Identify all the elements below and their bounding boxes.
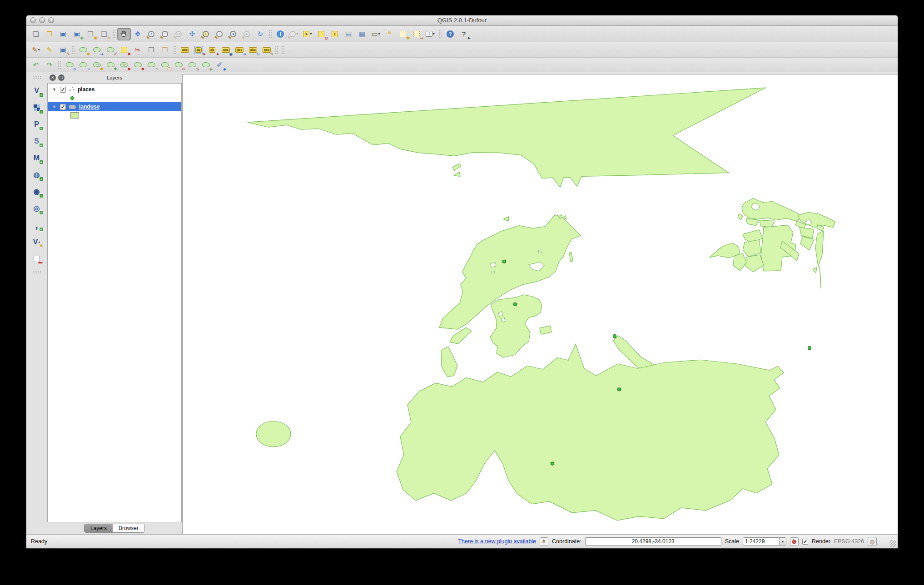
remove-layer-button[interactable]: ▬ — [31, 253, 43, 264]
current-edits-button[interactable]: ✎▾ — [29, 44, 43, 56]
zoom-full-button[interactable]: ✣ — [185, 28, 199, 40]
disclosure-triangle-icon[interactable]: ▼ — [52, 104, 57, 109]
resize-grip-icon[interactable] — [889, 540, 896, 547]
add-postgis-layer-button[interactable]: P+ — [31, 119, 43, 130]
delete-ring-button[interactable]: ✖ — [117, 59, 131, 71]
copy-features-button[interactable]: ❐ — [144, 44, 158, 56]
plugin-available-link[interactable]: There is a new plugin available — [458, 538, 536, 545]
layer-visibility-checkbox[interactable]: ✓ — [60, 87, 66, 93]
offset-curve-button[interactable]: ◯ — [158, 59, 172, 71]
map-canvas[interactable] — [182, 74, 898, 534]
label-pin-button[interactable]: ab● — [192, 44, 205, 56]
new-bookmark-button[interactable]: ✱ — [396, 28, 410, 40]
new-project-button[interactable]: ❏ — [29, 28, 43, 40]
field-calculator-button[interactable]: ▦ — [355, 28, 369, 40]
delete-part-button[interactable]: ✖ — [131, 59, 144, 71]
zoom-out-button[interactable]: − — [158, 28, 172, 40]
crs-status-button[interactable]: ◍ — [868, 537, 877, 546]
split-parts-button[interactable]: S — [185, 59, 199, 71]
layer-row-landuse[interactable]: ▼✓landuse — [48, 102, 181, 111]
chevron-down-icon[interactable]: ▼ — [779, 538, 786, 545]
rotate-feature-button[interactable]: ↻ — [63, 59, 76, 71]
zoom-to-layer-button[interactable]: ▫ — [213, 28, 226, 40]
add-ring-button[interactable]: ✱ — [90, 59, 104, 71]
redo-button[interactable]: ↷ — [43, 59, 56, 71]
label-move-button[interactable]: abc➜ — [233, 44, 246, 56]
show-bookmarks-button[interactable]: ➜ — [410, 28, 423, 40]
deselect-button[interactable]: ⊘ — [314, 28, 328, 40]
save-project-button[interactable]: ▣ — [56, 28, 70, 40]
add-wcs-layer-button[interactable]: ◉+ — [31, 186, 43, 197]
select-rectangle-button[interactable]: ➤▾ — [301, 28, 314, 40]
zoom-next-button[interactable]: ▸ — [240, 28, 253, 40]
identify-button[interactable]: i — [273, 28, 287, 40]
add-vector-layer-button[interactable]: V+ — [31, 85, 43, 96]
refresh-button[interactable]: ↻ — [253, 28, 267, 40]
stop-render-icon[interactable]: ✎⊘ — [790, 537, 799, 546]
plugin-icon[interactable]: ⋔ — [540, 537, 548, 546]
pan-map-button[interactable] — [117, 28, 131, 40]
toolbar-digitizing-labeling: ✎▾✎▣✎✱➜✐✖✂❐❒abcab●ab●abc◉abc➜abc↻abc✎ — [26, 42, 898, 58]
delete-selected-button[interactable]: ✖ — [117, 44, 131, 56]
merge-features-button[interactable]: ⊕ — [199, 59, 213, 71]
new-shapefile-layer-button[interactable]: V✱▾ — [31, 237, 43, 248]
zoom-to-selection-button[interactable]: ▪ — [199, 28, 213, 40]
label-rotate-badge-icon: ↻ — [256, 52, 260, 56]
save-layer-edits-button[interactable]: ▣✎ — [56, 44, 70, 56]
measure-button[interactable]: ▭▾ — [369, 28, 383, 40]
map-tips-button[interactable]: ❝ — [383, 28, 396, 40]
open-project-button[interactable]: ❒ — [43, 28, 56, 40]
text-annotation-button[interactable]: T▾ — [423, 28, 437, 40]
pan-to-selection-button[interactable]: ✥ — [131, 28, 144, 40]
zoom-native-button[interactable]: 1:1 — [172, 28, 185, 40]
tab-layers[interactable]: Layers — [84, 524, 113, 532]
label-rotate-button[interactable]: abc↻ — [246, 44, 260, 56]
label-visibility-button[interactable]: abc◉ — [219, 44, 233, 56]
paste-features-button[interactable]: ❒ — [158, 44, 172, 56]
label-unpin-button[interactable]: ab● — [205, 44, 219, 56]
zoom-in-button[interactable]: + — [144, 28, 158, 40]
add-wms-layer-button[interactable]: ◍+ — [31, 169, 43, 180]
coordinate-input[interactable] — [585, 537, 721, 545]
select-expression-button[interactable]: ε — [328, 28, 342, 40]
add-feature-button[interactable]: ✱ — [76, 44, 90, 56]
add-raster-layer-button[interactable]: + — [31, 102, 43, 113]
labeling-button[interactable]: abc — [178, 44, 192, 56]
layer-row-places[interactable]: ▼✓places — [48, 85, 181, 94]
tab-browser[interactable]: Browser — [113, 524, 144, 532]
close-window-button[interactable] — [30, 17, 36, 23]
new-composer-button[interactable]: ❐✱ — [84, 28, 97, 40]
add-wfs-layer-button[interactable]: ◎+ — [31, 203, 43, 214]
add-spatialite-layer-icon: S — [34, 138, 39, 145]
add-spatialite-layer-button[interactable]: S+ — [31, 136, 43, 147]
composer-manager-button[interactable]: ❑✎ — [97, 28, 111, 40]
help-button[interactable]: ? — [443, 28, 457, 40]
chevron-down-icon: ▾ — [296, 32, 298, 36]
save-project-as-button[interactable]: ▣✚ — [70, 28, 84, 40]
minimize-window-button[interactable] — [39, 17, 45, 23]
zoom-last-button[interactable]: ◂ — [226, 28, 240, 40]
title-bar[interactable]: QGIS 2.0.1-Dufour — [26, 15, 898, 26]
cut-features-button[interactable]: ✂ — [131, 44, 144, 56]
select-menu-button[interactable]: ▾ — [287, 28, 301, 40]
node-tool-button[interactable]: ✐ — [104, 44, 117, 56]
render-checkbox[interactable]: ✓ — [802, 539, 808, 545]
add-delimited-text-layer-button[interactable]: ,+ — [31, 220, 43, 231]
scale-combo[interactable]: 1:24229 ▼ — [743, 537, 786, 545]
rotate-point-symbols-button[interactable]: ✐◆ — [213, 59, 226, 71]
disclosure-triangle-icon[interactable]: ▼ — [52, 87, 57, 92]
simplify-feature-button[interactable]: ≈ — [76, 59, 90, 71]
undo-button[interactable]: ↶ — [29, 59, 43, 71]
move-feature-button[interactable]: ➜ — [90, 44, 104, 56]
add-mssql-layer-button[interactable]: M+ — [31, 153, 43, 164]
zoom-window-button[interactable] — [48, 17, 54, 23]
add-part-button[interactable]: ✚ — [104, 59, 117, 71]
split-features-button[interactable]: ✂ — [172, 59, 185, 71]
reshape-features-button[interactable]: ~ — [144, 59, 158, 71]
whats-this-button[interactable]: ?➤ — [457, 28, 471, 40]
attribute-table-button[interactable]: ▤ — [342, 28, 355, 40]
toggle-editing-button[interactable]: ✎ — [43, 44, 56, 56]
layer-visibility-checkbox[interactable]: ✓ — [60, 104, 66, 110]
label-properties-button[interactable]: abc✎ — [260, 44, 273, 56]
places-point-5 — [551, 462, 554, 465]
